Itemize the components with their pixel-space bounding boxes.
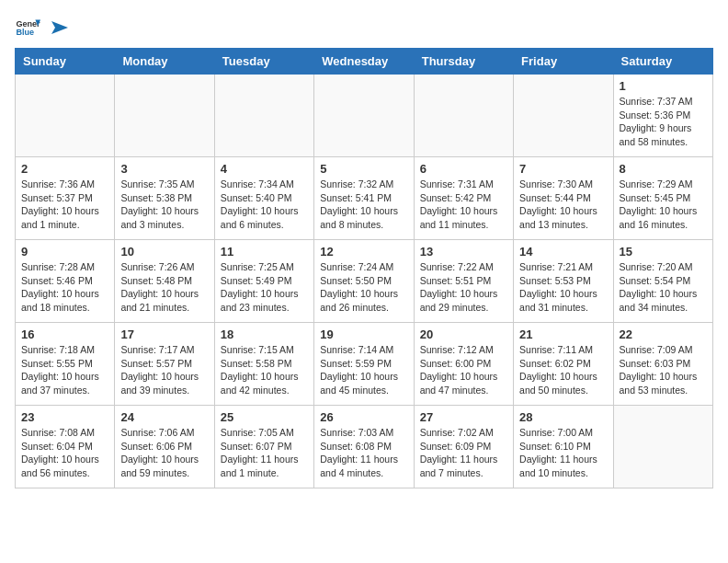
day-info: Sunrise: 7:31 AM Sunset: 5:42 PM Dayligh… [420, 178, 507, 232]
day-info: Sunrise: 7:02 AM Sunset: 6:09 PM Dayligh… [420, 426, 507, 480]
week-row-0: 1Sunrise: 7:37 AM Sunset: 5:36 PM Daylig… [16, 75, 713, 157]
calendar-cell: 6Sunrise: 7:31 AM Sunset: 5:42 PM Daylig… [414, 157, 513, 240]
day-number: 24 [120, 410, 208, 424]
day-info: Sunrise: 7:11 AM Sunset: 6:02 PM Dayligh… [519, 343, 607, 397]
day-number: 28 [519, 410, 607, 424]
day-number: 19 [320, 327, 407, 341]
logo: General Blue [15, 15, 68, 40]
day-info: Sunrise: 7:22 AM Sunset: 5:51 PM Dayligh… [420, 260, 507, 315]
day-info: Sunrise: 7:05 AM Sunset: 6:07 PM Dayligh… [221, 426, 308, 480]
weekday-header-sunday: Sunday [16, 49, 115, 75]
weekday-header-monday: Monday [115, 49, 214, 75]
calendar-cell: 14Sunrise: 7:21 AM Sunset: 5:53 PM Dayli… [514, 240, 613, 323]
calendar-cell: 21Sunrise: 7:11 AM Sunset: 6:02 PM Dayli… [514, 323, 613, 406]
day-number: 21 [519, 327, 607, 341]
calendar-cell: 10Sunrise: 7:26 AM Sunset: 5:48 PM Dayli… [115, 240, 214, 323]
calendar-cell: 22Sunrise: 7:09 AM Sunset: 6:03 PM Dayli… [613, 323, 712, 406]
calendar-cell: 25Sunrise: 7:05 AM Sunset: 6:07 PM Dayli… [214, 406, 313, 488]
day-info: Sunrise: 7:36 AM Sunset: 5:37 PM Dayligh… [21, 178, 108, 232]
weekday-header-saturday: Saturday [613, 49, 712, 75]
calendar-cell: 19Sunrise: 7:14 AM Sunset: 5:59 PM Dayli… [314, 323, 414, 406]
day-number: 23 [21, 410, 108, 424]
day-info: Sunrise: 7:28 AM Sunset: 5:46 PM Dayligh… [21, 260, 108, 315]
day-info: Sunrise: 7:12 AM Sunset: 6:00 PM Dayligh… [420, 343, 507, 397]
day-info: Sunrise: 7:17 AM Sunset: 5:57 PM Dayligh… [120, 343, 208, 397]
day-number: 25 [221, 410, 308, 424]
weekday-header-thursday: Thursday [414, 49, 513, 75]
calendar-cell [115, 75, 214, 157]
day-info: Sunrise: 7:35 AM Sunset: 5:38 PM Dayligh… [120, 178, 208, 232]
week-row-3: 16Sunrise: 7:18 AM Sunset: 5:55 PM Dayli… [16, 323, 713, 406]
day-number: 26 [320, 410, 407, 424]
svg-text:Blue: Blue [16, 28, 34, 37]
day-info: Sunrise: 7:34 AM Sunset: 5:40 PM Dayligh… [221, 178, 308, 232]
week-row-1: 2Sunrise: 7:36 AM Sunset: 5:37 PM Daylig… [16, 157, 713, 240]
weekday-header-tuesday: Tuesday [214, 49, 313, 75]
calendar-table: SundayMondayTuesdayWednesdayThursdayFrid… [15, 48, 713, 488]
day-number: 4 [221, 162, 308, 176]
calendar-cell: 26Sunrise: 7:03 AM Sunset: 6:08 PM Dayli… [314, 406, 414, 488]
calendar-cell: 1Sunrise: 7:37 AM Sunset: 5:36 PM Daylig… [613, 75, 712, 157]
calendar-cell [214, 75, 313, 157]
calendar-cell: 18Sunrise: 7:15 AM Sunset: 5:58 PM Dayli… [214, 323, 313, 406]
day-number: 17 [120, 327, 208, 341]
calendar-cell [613, 406, 712, 488]
day-number: 16 [21, 327, 108, 341]
day-info: Sunrise: 7:29 AM Sunset: 5:45 PM Dayligh… [620, 178, 707, 232]
logo-arrow-icon [48, 17, 68, 38]
day-info: Sunrise: 7:20 AM Sunset: 5:54 PM Dayligh… [620, 260, 707, 315]
calendar-cell [414, 75, 513, 157]
calendar-cell: 24Sunrise: 7:06 AM Sunset: 6:06 PM Dayli… [115, 406, 214, 488]
day-info: Sunrise: 7:25 AM Sunset: 5:49 PM Dayligh… [221, 260, 308, 315]
calendar-cell: 7Sunrise: 7:30 AM Sunset: 5:44 PM Daylig… [514, 157, 613, 240]
day-number: 1 [620, 79, 707, 93]
week-row-2: 9Sunrise: 7:28 AM Sunset: 5:46 PM Daylig… [16, 240, 713, 323]
calendar-cell: 8Sunrise: 7:29 AM Sunset: 5:45 PM Daylig… [613, 157, 712, 240]
calendar-cell: 23Sunrise: 7:08 AM Sunset: 6:04 PM Dayli… [16, 406, 115, 488]
day-number: 3 [120, 162, 208, 176]
day-number: 22 [620, 327, 707, 341]
day-number: 20 [420, 327, 507, 341]
day-number: 10 [120, 245, 208, 259]
day-number: 14 [519, 245, 607, 259]
day-info: Sunrise: 7:14 AM Sunset: 5:59 PM Dayligh… [320, 343, 407, 397]
day-info: Sunrise: 7:30 AM Sunset: 5:44 PM Dayligh… [519, 178, 607, 232]
calendar-cell: 9Sunrise: 7:28 AM Sunset: 5:46 PM Daylig… [16, 240, 115, 323]
weekday-header-row: SundayMondayTuesdayWednesdayThursdayFrid… [16, 49, 713, 75]
calendar-cell: 16Sunrise: 7:18 AM Sunset: 5:55 PM Dayli… [16, 323, 115, 406]
day-number: 2 [21, 162, 108, 176]
day-number: 5 [320, 162, 407, 176]
calendar-cell: 2Sunrise: 7:36 AM Sunset: 5:37 PM Daylig… [16, 157, 115, 240]
day-info: Sunrise: 7:08 AM Sunset: 6:04 PM Dayligh… [21, 426, 108, 480]
calendar-cell: 5Sunrise: 7:32 AM Sunset: 5:41 PM Daylig… [314, 157, 414, 240]
day-number: 13 [420, 245, 507, 259]
day-info: Sunrise: 7:09 AM Sunset: 6:03 PM Dayligh… [620, 343, 707, 397]
calendar-cell: 20Sunrise: 7:12 AM Sunset: 6:00 PM Dayli… [414, 323, 513, 406]
day-number: 18 [221, 327, 308, 341]
calendar-cell: 4Sunrise: 7:34 AM Sunset: 5:40 PM Daylig… [214, 157, 313, 240]
day-info: Sunrise: 7:03 AM Sunset: 6:08 PM Dayligh… [320, 426, 407, 480]
calendar-cell: 15Sunrise: 7:20 AM Sunset: 5:54 PM Dayli… [613, 240, 712, 323]
calendar-cell: 28Sunrise: 7:00 AM Sunset: 6:10 PM Dayli… [514, 406, 613, 488]
day-number: 27 [420, 410, 507, 424]
day-number: 12 [320, 245, 407, 259]
day-info: Sunrise: 7:32 AM Sunset: 5:41 PM Dayligh… [320, 178, 407, 232]
calendar-cell: 12Sunrise: 7:24 AM Sunset: 5:50 PM Dayli… [314, 240, 414, 323]
day-info: Sunrise: 7:37 AM Sunset: 5:36 PM Dayligh… [620, 95, 707, 149]
calendar-cell: 27Sunrise: 7:02 AM Sunset: 6:09 PM Dayli… [414, 406, 513, 488]
day-number: 7 [519, 162, 607, 176]
svg-marker-3 [51, 21, 68, 34]
calendar-cell [514, 75, 613, 157]
calendar-cell: 3Sunrise: 7:35 AM Sunset: 5:38 PM Daylig… [115, 157, 214, 240]
day-number: 8 [620, 162, 707, 176]
day-info: Sunrise: 7:24 AM Sunset: 5:50 PM Dayligh… [320, 260, 407, 315]
day-info: Sunrise: 7:15 AM Sunset: 5:58 PM Dayligh… [221, 343, 308, 397]
week-row-4: 23Sunrise: 7:08 AM Sunset: 6:04 PM Dayli… [16, 406, 713, 488]
day-info: Sunrise: 7:21 AM Sunset: 5:53 PM Dayligh… [519, 260, 607, 315]
calendar-cell [314, 75, 414, 157]
day-number: 11 [221, 245, 308, 259]
calendar-cell: 13Sunrise: 7:22 AM Sunset: 5:51 PM Dayli… [414, 240, 513, 323]
day-number: 15 [620, 245, 707, 259]
day-info: Sunrise: 7:00 AM Sunset: 6:10 PM Dayligh… [519, 426, 607, 480]
logo-icon: General Blue [15, 15, 40, 40]
